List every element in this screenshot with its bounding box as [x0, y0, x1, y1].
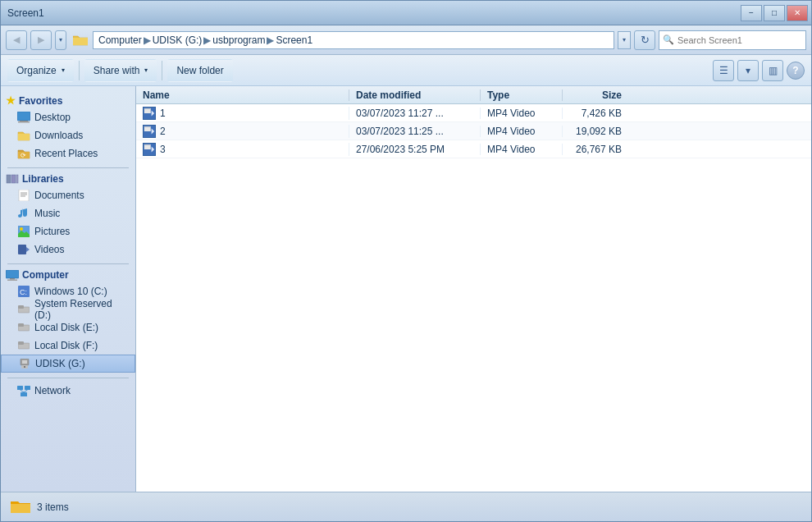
svg-rect-40: [144, 126, 151, 130]
view-mode-button[interactable]: ☰: [713, 60, 734, 81]
table-row[interactable]: 1 03/07/2023 11:27 ... MP4 Video 7,426 K…: [136, 104, 811, 122]
computer-section: Computer C: Windows 10 (C:): [1, 268, 135, 373]
svg-text:C:: C:: [20, 288, 27, 296]
new-folder-label: New folder: [176, 65, 223, 76]
local-disk-e-label: Local Disk (E:): [34, 322, 98, 333]
file-size-3: 26,767 KB: [563, 144, 628, 155]
minimize-button[interactable]: −: [741, 5, 762, 21]
address-bar: ◀ ▶ ▾ Computer ▶ UDISK (G:) ▶ usbprogram…: [1, 25, 811, 55]
network-icon: [17, 384, 30, 397]
file-type-2: MP4 Video: [481, 126, 563, 137]
udisk-label: UDISK (G:): [35, 358, 85, 369]
file-date-3: 27/06/2023 5:25 PM: [349, 144, 481, 155]
favorites-section: ★ Favorites Desktop: [1, 93, 135, 163]
music-icon: [17, 207, 30, 220]
file-name-cell-2: 2: [136, 125, 349, 138]
sidebar-item-udisk[interactable]: UDISK (G:): [1, 355, 135, 373]
mp4-icon-3: [143, 143, 156, 156]
address-path[interactable]: Computer ▶ UDISK (G:) ▶ usbprogram ▶ Scr…: [93, 31, 614, 49]
svg-line-33: [21, 390, 25, 392]
svg-rect-4: [7, 175, 11, 183]
computer-header[interactable]: Computer: [1, 268, 135, 282]
svg-rect-15: [6, 270, 19, 278]
sidebar-item-local-disk-f[interactable]: Local Disk (F:): [1, 337, 135, 355]
sidebar-item-local-disk-e[interactable]: Local Disk (E:): [1, 318, 135, 337]
toolbar-separator-1: [79, 61, 80, 80]
close-button[interactable]: ✕: [787, 5, 808, 21]
svg-rect-32: [21, 392, 27, 396]
file-size-1: 7,426 KB: [563, 108, 628, 119]
divider-2: [7, 263, 129, 264]
downloads-icon: [17, 129, 30, 142]
help-button[interactable]: ?: [787, 62, 805, 80]
forward-button[interactable]: ▶: [30, 30, 52, 50]
sidebar-item-desktop[interactable]: Desktop: [1, 108, 135, 126]
sidebar-item-pictures[interactable]: Pictures: [1, 222, 135, 240]
music-label: Music: [34, 208, 60, 219]
svg-rect-25: [18, 341, 24, 345]
new-folder-button[interactable]: New folder: [167, 59, 232, 82]
videos-label: Videos: [34, 244, 64, 255]
network-section: Network: [1, 382, 135, 400]
svg-rect-21: [18, 305, 24, 309]
sidebar-item-music[interactable]: Music: [1, 204, 135, 222]
view-mode-icon: ☰: [719, 65, 728, 76]
svg-rect-0: [17, 112, 30, 121]
view-dropdown-button[interactable]: ▾: [737, 60, 759, 81]
downloads-label: Downloads: [34, 130, 83, 141]
mp4-icon-2: [143, 125, 156, 138]
windows10-icon: C:: [17, 285, 30, 298]
sidebar-item-videos[interactable]: Videos: [1, 240, 135, 259]
file-name-cell-3: 3: [136, 143, 349, 156]
svg-rect-17: [7, 279, 17, 281]
organize-button[interactable]: Organize ▾: [7, 59, 74, 82]
maximize-button[interactable]: □: [764, 5, 785, 21]
column-date-modified[interactable]: Date modified: [349, 89, 481, 101]
sidebar-item-recent-places[interactable]: ⟳ Recent Places: [1, 144, 135, 163]
favorites-header[interactable]: ★ Favorites: [1, 93, 135, 108]
history-dropdown-button[interactable]: ▾: [55, 30, 66, 50]
table-row[interactable]: 2 03/07/2023 11:25 ... MP4 Video 19,092 …: [136, 122, 811, 140]
pictures-icon: [17, 225, 30, 238]
file-name-cell-1: 1: [136, 107, 349, 120]
column-size[interactable]: Size: [563, 89, 628, 101]
organize-dropdown-icon: ▾: [62, 66, 65, 74]
sidebar-item-downloads[interactable]: Downloads: [1, 126, 135, 144]
refresh-button[interactable]: ↻: [634, 30, 655, 50]
content-area: ★ Favorites Desktop: [1, 86, 811, 492]
local-disk-f-label: Local Disk (F:): [34, 340, 98, 351]
libraries-header[interactable]: Libraries: [1, 172, 135, 186]
share-with-button[interactable]: Share with ▾: [84, 59, 157, 82]
organize-label: Organize: [16, 65, 57, 76]
share-dropdown-icon: ▾: [144, 66, 148, 74]
preview-pane-button[interactable]: ▥: [762, 60, 783, 81]
favorites-star-icon: ★: [6, 94, 16, 107]
svg-rect-5: [11, 175, 16, 183]
window-controls: − □ ✕: [741, 5, 808, 21]
local-disk-f-icon: [17, 339, 30, 352]
path-computer: Computer: [98, 34, 142, 46]
path-usbprogram: usbprogram: [212, 34, 265, 46]
sidebar-item-network[interactable]: Network: [1, 382, 135, 400]
sidebar-item-system-reserved[interactable]: System Reserved (D:): [1, 300, 135, 318]
column-type[interactable]: Type: [481, 89, 563, 101]
svg-rect-36: [144, 108, 151, 112]
table-row[interactable]: 3 27/06/2023 5:25 PM MP4 Video 26,767 KB: [136, 140, 811, 158]
svg-rect-23: [18, 323, 24, 327]
file-size-2: 19,092 KB: [563, 126, 628, 137]
recent-places-label: Recent Places: [34, 148, 98, 159]
toolbar: Organize ▾ Share with ▾ New folder ☰ ▾ ▥…: [1, 55, 811, 86]
column-name[interactable]: Name: [136, 89, 349, 101]
svg-rect-37: [144, 108, 151, 108]
sidebar-item-documents[interactable]: Documents: [1, 186, 135, 204]
system-reserved-label: System Reserved (D:): [34, 298, 125, 321]
path-dropdown-button[interactable]: ▾: [618, 31, 631, 49]
system-reserved-icon: [17, 303, 30, 316]
svg-text:⟳: ⟳: [21, 152, 26, 159]
divider-3: [7, 378, 129, 378]
udisk-icon: [18, 357, 31, 370]
file-list-area: Name Date modified Type Size: [136, 86, 811, 492]
back-button[interactable]: ◀: [6, 30, 27, 50]
mp4-icon-1: [143, 107, 156, 120]
search-input[interactable]: [677, 35, 802, 45]
